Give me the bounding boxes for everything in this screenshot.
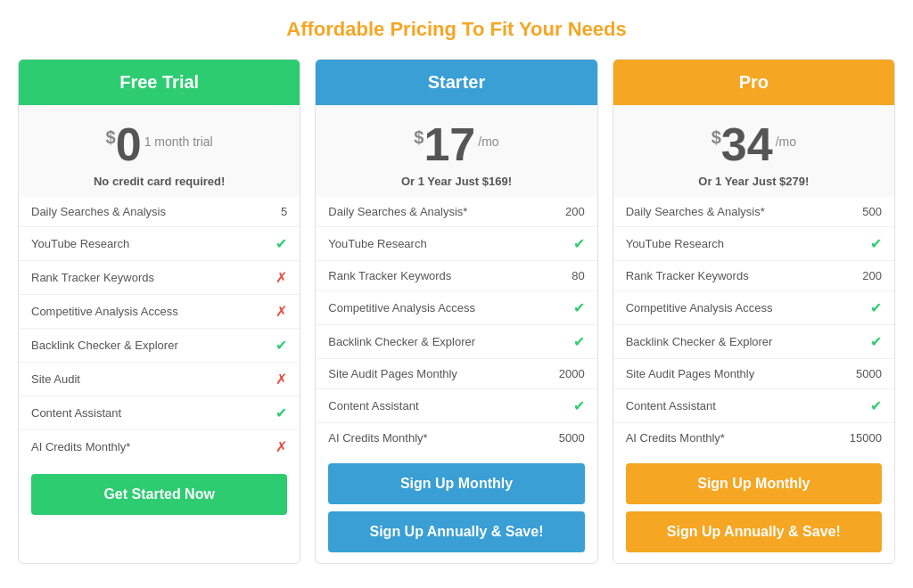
feature-value: 200 — [549, 205, 585, 218]
feature-row: Rank Tracker Keywords✗ — [19, 261, 300, 295]
price-amount: 0 — [116, 121, 142, 167]
feature-value: ✔ — [251, 404, 287, 421]
feature-name: YouTube Research — [328, 237, 548, 250]
feature-name: AI Credits Monthly* — [626, 431, 846, 445]
feature-value: ✔ — [251, 235, 287, 252]
cta-button-pro-1[interactable]: Sign Up Annually & Save! — [626, 511, 882, 552]
feature-value: ✔ — [846, 299, 882, 316]
feature-row: Rank Tracker Keywords200 — [613, 261, 894, 291]
feature-name: AI Credits Monthly* — [328, 431, 548, 445]
feature-row: Competitive Analysis Access✔ — [613, 291, 894, 325]
cta-button-starter-1[interactable]: Sign Up Annually & Save! — [328, 511, 584, 552]
price-note: Or 1 Year Just $279! — [622, 175, 885, 188]
feature-row: Site Audit Pages Monthly5000 — [613, 359, 894, 389]
feature-name: Daily Searches & Analysis* — [626, 205, 846, 218]
feature-row: Backlink Checker & Explorer✔ — [19, 329, 300, 363]
feature-name: AI Credits Monthly* — [31, 440, 251, 453]
feature-name: Site Audit — [31, 372, 251, 386]
price-period: /mo — [478, 135, 498, 148]
feature-value: ✗ — [251, 303, 287, 320]
check-icon: ✔ — [870, 236, 882, 251]
feature-name: Rank Tracker Keywords — [31, 271, 251, 284]
plan-cta-free-trial: Get Started Now — [19, 463, 300, 526]
feature-value: 5 — [251, 205, 287, 218]
price-dollar-sign: $ — [106, 128, 116, 146]
feature-name: Competitive Analysis Access — [31, 305, 251, 318]
plan-card-pro: Pro$34/moOr 1 Year Just $279!Daily Searc… — [613, 59, 895, 564]
price-amount: 17 — [424, 121, 475, 167]
feature-value: ✔ — [549, 333, 585, 350]
feature-name: YouTube Research — [31, 237, 251, 250]
check-icon: ✔ — [870, 300, 882, 315]
cross-icon: ✗ — [276, 270, 287, 285]
feature-value: 200 — [846, 269, 882, 282]
feature-name: YouTube Research — [626, 237, 846, 250]
feature-name: Content Assistant — [626, 399, 846, 412]
feature-row: Site Audit Pages Monthly2000 — [316, 359, 596, 389]
feature-value: ✔ — [251, 337, 287, 354]
feature-name: Site Audit Pages Monthly — [626, 367, 846, 380]
feature-row: AI Credits Monthly*5000 — [316, 423, 596, 453]
price-dollar-sign: $ — [414, 128, 424, 146]
price-dollar-sign: $ — [711, 128, 721, 146]
price-note: No credit card required! — [28, 175, 291, 188]
cta-button-pro-0[interactable]: Sign Up Monthly — [626, 463, 882, 504]
check-icon: ✔ — [870, 334, 882, 349]
plan-card-starter: Starter$17/moOr 1 Year Just $169!Daily S… — [315, 59, 597, 564]
feature-row: AI Credits Monthly*✗ — [19, 430, 300, 463]
feature-row: Rank Tracker Keywords80 — [316, 261, 596, 291]
feature-row: Daily Searches & Analysis*200 — [316, 197, 596, 227]
plan-cta-starter: Sign Up MonthlySign Up Annually & Save! — [316, 453, 596, 563]
feature-value: 5000 — [846, 367, 882, 380]
check-icon: ✔ — [573, 300, 585, 315]
feature-row: Content Assistant✔ — [613, 389, 894, 423]
feature-value: 80 — [549, 269, 585, 282]
page-title: Affordable Pricing To Fit Your Needs — [18, 18, 895, 41]
feature-row: Backlink Checker & Explorer✔ — [613, 325, 894, 359]
feature-name: Daily Searches & Analysis* — [328, 205, 548, 218]
feature-name: Competitive Analysis Access — [626, 301, 846, 314]
feature-name: Backlink Checker & Explorer — [31, 339, 251, 352]
plan-card-free-trial: Free Trial$01 month trialNo credit card … — [18, 59, 300, 564]
feature-value: 15000 — [846, 431, 882, 445]
title-text: Affordable Pricing To Fit Your — [286, 18, 567, 40]
feature-name: Backlink Checker & Explorer — [328, 335, 548, 348]
feature-row: YouTube Research✔ — [613, 227, 894, 261]
price-amount: 34 — [721, 121, 773, 167]
plan-price-box-pro: $34/moOr 1 Year Just $279! — [613, 105, 894, 197]
cta-button-starter-0[interactable]: Sign Up Monthly — [328, 463, 584, 504]
plan-header-starter: Starter — [316, 60, 596, 105]
plan-price-box-starter: $17/moOr 1 Year Just $169! — [316, 105, 596, 197]
check-icon: ✔ — [573, 398, 585, 413]
cta-button-free-trial-0[interactable]: Get Started Now — [31, 474, 287, 515]
feature-name: Competitive Analysis Access — [328, 301, 548, 314]
feature-row: AI Credits Monthly*15000 — [613, 423, 894, 453]
feature-value: ✗ — [251, 371, 287, 388]
feature-value: 2000 — [549, 367, 585, 380]
feature-row: Content Assistant✔ — [316, 389, 596, 423]
feature-row: Content Assistant✔ — [19, 396, 300, 430]
feature-row: Daily Searches & Analysis*500 — [613, 197, 894, 227]
feature-row: YouTube Research✔ — [19, 227, 300, 261]
price-note: Or 1 Year Just $169! — [325, 175, 588, 188]
plan-features-starter: Daily Searches & Analysis*200YouTube Res… — [316, 197, 596, 453]
feature-name: Rank Tracker Keywords — [626, 269, 846, 282]
plan-header-free-trial: Free Trial — [19, 60, 300, 105]
feature-value: 5000 — [549, 431, 585, 445]
check-icon: ✔ — [573, 334, 585, 349]
feature-value: ✔ — [549, 397, 585, 414]
price-period: 1 month trial — [144, 135, 213, 148]
feature-value: ✔ — [846, 333, 882, 350]
feature-row: Site Audit✗ — [19, 363, 300, 396]
plan-features-pro: Daily Searches & Analysis*500YouTube Res… — [613, 197, 894, 453]
check-icon: ✔ — [276, 338, 287, 353]
feature-value: 500 — [846, 205, 882, 218]
plan-header-pro: Pro — [613, 60, 894, 105]
cross-icon: ✗ — [276, 304, 287, 319]
feature-name: Backlink Checker & Explorer — [626, 335, 846, 348]
feature-value: ✗ — [251, 438, 287, 455]
check-icon: ✔ — [870, 398, 882, 413]
feature-name: Rank Tracker Keywords — [328, 269, 548, 282]
check-icon: ✔ — [276, 405, 287, 421]
feature-name: Site Audit Pages Monthly — [328, 367, 548, 380]
